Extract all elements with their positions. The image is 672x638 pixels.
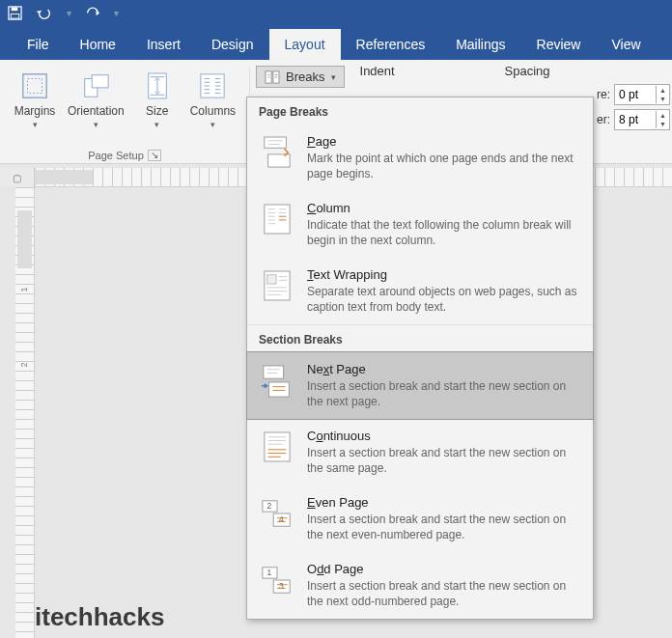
vertical-ruler[interactable]: 1 2	[15, 187, 35, 638]
svg-rect-6	[93, 75, 109, 88]
tab-layout[interactable]: Layout	[269, 29, 341, 60]
save-icon[interactable]	[8, 6, 22, 20]
chevron-down-icon: ▾	[33, 120, 38, 129]
svg-rect-11	[265, 137, 287, 148]
size-button[interactable]: Size ▾	[130, 66, 184, 133]
page-breaks-header: Page Breaks	[247, 97, 593, 125]
tab-home[interactable]: Home	[65, 29, 131, 60]
even-page-break-icon: 24	[261, 495, 294, 542]
margins-button[interactable]: Margins ▾	[8, 66, 62, 133]
quick-access-toolbar: ▾ ▾	[0, 0, 672, 25]
breaks-dropdown: Page Breaks Page Mark the point at which…	[246, 97, 594, 620]
tab-review[interactable]: Review	[521, 29, 597, 60]
menu-item-column[interactable]: Column Indicate that the text following …	[247, 191, 593, 258]
menu-title: Even Page	[307, 495, 579, 510]
tab-insert[interactable]: Insert	[131, 29, 196, 60]
svg-text:1: 1	[267, 568, 272, 577]
svg-rect-2	[11, 14, 18, 18]
menu-item-even-page[interactable]: 24 Even Page Insert a section break and …	[247, 485, 593, 552]
margins-icon	[20, 69, 49, 102]
menu-item-page[interactable]: Page Mark the point at which one page en…	[247, 125, 593, 191]
qat-customize-icon[interactable]: ▾	[114, 8, 119, 18]
text-wrapping-break-icon	[261, 267, 294, 315]
svg-rect-8	[201, 74, 224, 97]
tab-file[interactable]: File	[12, 29, 65, 60]
menu-title: Next Page	[307, 362, 579, 376]
continuous-break-icon	[261, 429, 294, 476]
chevron-down-icon: ▾	[210, 120, 215, 129]
tab-mailings[interactable]: Mailings	[440, 29, 520, 60]
tab-help[interactable]: Help	[657, 29, 672, 60]
tab-references[interactable]: References	[341, 29, 441, 60]
dialog-launcher-icon[interactable]: ↘	[148, 150, 161, 161]
svg-rect-16	[264, 366, 284, 378]
spacing-after-label: er:	[597, 113, 610, 126]
menu-item-continuous[interactable]: Continuous Insert a section break and st…	[247, 419, 593, 485]
spacing-after-input[interactable]: ▲▼	[614, 109, 670, 130]
section-breaks-header: Section Breaks	[247, 324, 593, 352]
menu-desc: Insert a section break and start the new…	[307, 445, 579, 476]
orientation-button[interactable]: Orientation ▾	[62, 66, 130, 133]
ruler-corner: ▢	[0, 168, 35, 187]
svg-text:4: 4	[279, 514, 284, 524]
svg-rect-4	[28, 79, 42, 94]
indent-label: Indent	[360, 64, 505, 78]
watermark-text: itechhacks	[35, 602, 164, 632]
spacing-before-input[interactable]: ▲▼	[614, 84, 670, 105]
menu-desc: Separate text around objects on web page…	[307, 284, 579, 315]
qat-separator: ▾	[67, 8, 71, 18]
svg-rect-12	[268, 154, 291, 167]
menu-title: Text Wrapping	[307, 267, 579, 282]
breaks-icon	[265, 70, 280, 84]
spin-up-icon[interactable]: ▲	[657, 111, 669, 120]
menu-item-next-page[interactable]: Next Page Insert a section break and sta…	[246, 351, 594, 420]
spin-down-icon[interactable]: ▼	[657, 120, 669, 128]
columns-icon	[199, 69, 226, 102]
chevron-down-icon: ▾	[154, 120, 159, 129]
breaks-button[interactable]: Breaks ▾	[256, 66, 344, 88]
menu-title: Continuous	[307, 429, 579, 443]
svg-text:2: 2	[267, 501, 272, 511]
menu-desc: Insert a section break and start the new…	[307, 512, 579, 542]
svg-rect-3	[23, 74, 46, 97]
menu-desc: Mark the point at which one page ends an…	[307, 151, 579, 181]
tab-design[interactable]: Design	[196, 29, 269, 60]
group-label-page-setup: Page Setup ↘	[88, 150, 161, 161]
tab-view[interactable]: View	[596, 29, 656, 60]
spacing-label: Spacing	[505, 64, 550, 78]
columns-button[interactable]: Columns ▾	[184, 66, 241, 133]
group-page-setup: Margins ▾ Orientation ▾ Size ▾	[0, 60, 249, 163]
spin-down-icon[interactable]: ▼	[657, 95, 669, 103]
menu-desc: Insert a section break and start the new…	[307, 578, 579, 609]
menu-item-odd-page[interactable]: 13 Odd Page Insert a section break and s…	[247, 552, 593, 619]
menu-title: Odd Page	[307, 562, 579, 576]
next-page-break-icon	[261, 362, 294, 409]
svg-text:3: 3	[279, 581, 284, 591]
menu-title: Column	[307, 201, 579, 215]
menu-desc: Indicate that the text following the col…	[307, 217, 579, 248]
menu-item-text-wrapping[interactable]: Text Wrapping Separate text around objec…	[247, 258, 593, 324]
spin-up-icon[interactable]: ▲	[657, 86, 669, 95]
odd-page-break-icon: 13	[261, 562, 294, 609]
spacing-before-label: re:	[597, 88, 610, 101]
chevron-down-icon: ▾	[331, 72, 336, 82]
redo-icon[interactable]	[85, 6, 100, 20]
menu-title: Page	[307, 134, 579, 149]
orientation-icon	[81, 69, 110, 102]
undo-icon[interactable]	[36, 6, 53, 20]
svg-rect-1	[12, 7, 18, 11]
page-break-icon	[261, 134, 294, 181]
column-break-icon	[261, 201, 294, 248]
svg-rect-17	[269, 382, 290, 397]
ribbon-tabs: File Home Insert Design Layout Reference…	[0, 25, 672, 60]
menu-desc: Insert a section break and start the new…	[307, 378, 579, 409]
chevron-down-icon: ▾	[94, 120, 98, 129]
svg-rect-15	[267, 275, 276, 284]
size-icon	[145, 69, 170, 102]
